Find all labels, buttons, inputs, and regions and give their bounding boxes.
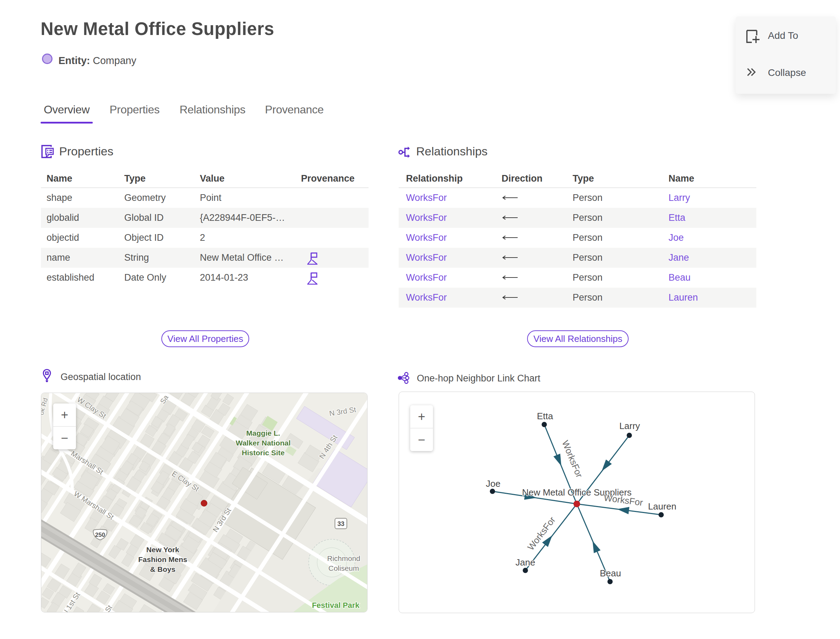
svg-text:Maggie L.: Maggie L. [247, 429, 280, 437]
svg-text:Walker National: Walker National [236, 439, 291, 447]
svg-text:Coliseum: Coliseum [328, 564, 359, 572]
svg-text:WorksFor: WorksFor [603, 493, 644, 508]
svg-text:33: 33 [337, 520, 344, 528]
svg-text:& Boys: & Boys [150, 565, 175, 573]
svg-text:Etta: Etta [537, 411, 554, 421]
svg-text:Beau: Beau [600, 568, 621, 579]
svg-text:Jane: Jane [515, 557, 535, 567]
svg-text:Lauren: Lauren [648, 501, 676, 512]
svg-text:Fashion Mens: Fashion Mens [138, 555, 187, 563]
svg-text:Joe: Joe [486, 478, 501, 489]
svg-text:250: 250 [95, 532, 105, 538]
svg-text:Richmond: Richmond [327, 554, 361, 563]
svg-text:New York: New York [146, 545, 179, 554]
svg-text:Larry: Larry [619, 421, 640, 431]
svg-text:Historic Site: Historic Site [242, 448, 285, 457]
svg-text:Festival Park: Festival Park [312, 601, 360, 610]
svg-text:WorksFor: WorksFor [525, 515, 558, 553]
